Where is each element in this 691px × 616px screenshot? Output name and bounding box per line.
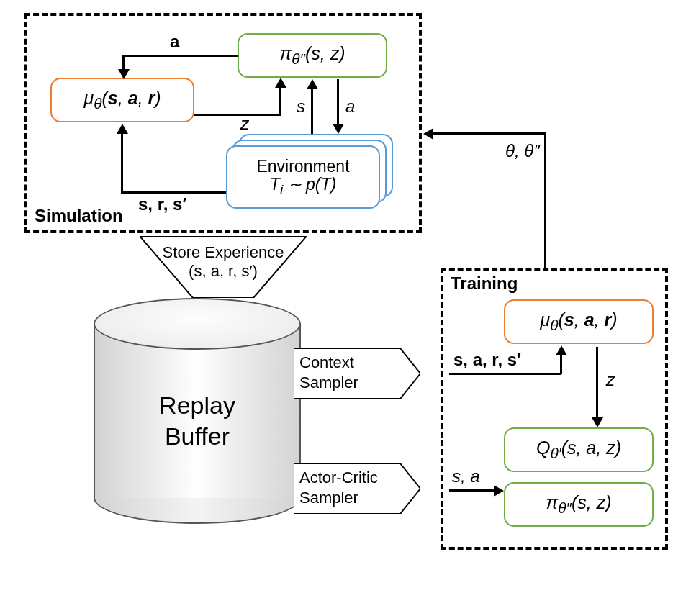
- edge-a2: [337, 79, 339, 125]
- edge-zt-label: z: [606, 370, 615, 390]
- edge-a2-head: [333, 124, 344, 134]
- training-q-text: Qθ′(s, a, z): [536, 438, 621, 462]
- edge-params-v: [544, 132, 546, 268]
- training-mu-text: μθ(s, a, r): [540, 309, 617, 334]
- simulation-pi-text: πθ″(s, z): [280, 43, 346, 68]
- replay-buffer: Replay Buffer: [94, 298, 301, 524]
- context-sampler-text: Context Sampler: [299, 353, 358, 392]
- training-pi-node: πθ″(s, z): [504, 482, 654, 527]
- edge-srs-v: [121, 132, 123, 193]
- environment-stack: Environment Ti ∼ p(T): [226, 134, 393, 209]
- store-text: Store Experience (s, a, r, s′): [140, 243, 307, 281]
- edge-params-label: θ, θ″: [505, 141, 540, 161]
- edge-ctx-h: [449, 373, 561, 375]
- edge-z-head: [275, 78, 286, 88]
- simulation-mu-node: μθ(s, a, r): [50, 78, 194, 122]
- simulation-label: Simulation: [35, 206, 123, 226]
- edge-z-v: [279, 86, 281, 115]
- edge-zt-head: [592, 417, 603, 427]
- environment-title: Environment: [256, 158, 349, 176]
- edge-z-h: [194, 114, 281, 116]
- training-mu-node: μθ(s, a, r): [504, 299, 654, 344]
- edge-z-label: z: [240, 114, 249, 134]
- edge-srs-h: [121, 191, 226, 194]
- edge-s: [311, 88, 313, 134]
- edge-a2-label: a: [346, 96, 355, 117]
- edge-srs-label: s, r, s′: [138, 194, 186, 214]
- edge-ctx-label: s, a, r, s′: [453, 350, 521, 370]
- edge-ctx-v: [560, 354, 562, 374]
- replay-buffer-label: Replay Buffer: [94, 390, 301, 451]
- edge-s-head: [307, 79, 318, 89]
- edge-params-h: [432, 132, 546, 135]
- actor-critic-sampler: Actor-Critic Sampler: [294, 463, 420, 514]
- edge-a-h: [122, 55, 238, 57]
- simulation-mu-text: μθ(s, a, r): [83, 88, 161, 112]
- simulation-pi-node: πθ″(s, z): [238, 33, 387, 78]
- edge-ctx-head: [556, 345, 567, 355]
- edge-a-head: [118, 69, 130, 79]
- edge-params-head: [423, 128, 433, 140]
- edge-sa-label: s, a: [452, 466, 480, 486]
- actor-critic-sampler-text: Actor-Critic Sampler: [299, 468, 378, 507]
- edge-a-label: a: [170, 32, 179, 52]
- edge-srs-head: [117, 124, 128, 134]
- store-funnel: Store Experience (s, a, r, s′): [140, 236, 307, 298]
- environment-formula: Ti ∼ p(T): [270, 176, 336, 197]
- training-label: Training: [451, 273, 518, 294]
- training-pi-text: πθ″(s, z): [546, 492, 612, 517]
- context-sampler: Context Sampler: [294, 348, 420, 399]
- edge-sa-head: [494, 485, 504, 497]
- edge-s-label: s: [297, 96, 305, 117]
- training-q-node: Qθ′(s, a, z): [504, 427, 654, 472]
- edge-zt: [596, 347, 598, 419]
- edge-sa: [449, 489, 495, 492]
